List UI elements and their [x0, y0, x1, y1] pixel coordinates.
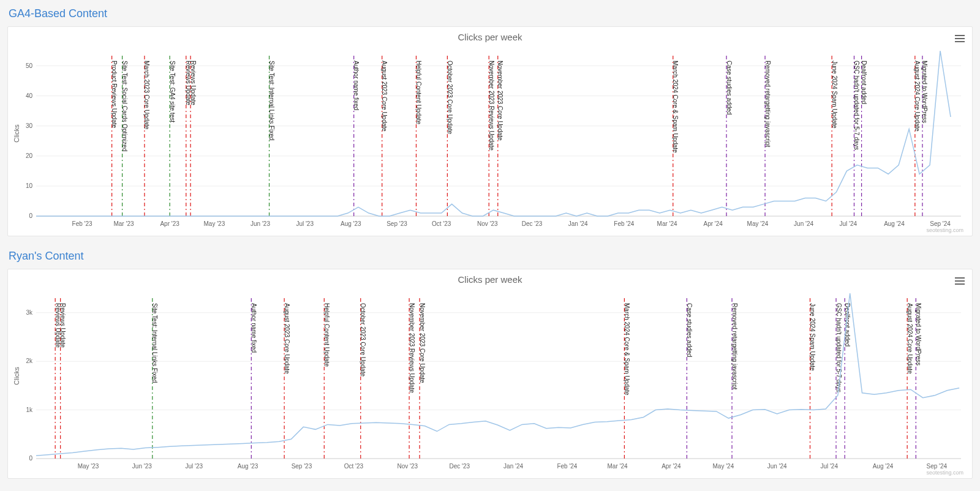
svg-text:Feb '24: Feb '24 [614, 220, 634, 227]
svg-text:May '24: May '24 [747, 220, 769, 227]
svg-text:Jul '24: Jul '24 [820, 463, 838, 470]
svg-text:Sep '23: Sep '23 [386, 220, 407, 227]
svg-text:May '24: May '24 [713, 463, 734, 470]
svg-text:Aug '24: Aug '24 [873, 463, 894, 470]
annotation-label: Product Reviews Update [111, 61, 118, 128]
annotation-label: Site Test: Social Cards Optimized [121, 61, 128, 151]
annotation-label: Site Test: GA4 site test [169, 61, 176, 122]
svg-text:Sep '23: Sep '23 [292, 463, 312, 470]
svg-text:seotesting.com: seotesting.com [926, 470, 963, 476]
annotation-label: GSC hadn't updated for 5-7 days [835, 303, 842, 392]
annotation-label: November 2023 Core Update [419, 303, 426, 383]
annotation-label: Migrated to WordPress [915, 303, 922, 365]
hamburger-icon[interactable] [955, 33, 965, 44]
svg-text:0: 0 [29, 212, 32, 219]
annotation-label: Reviews Update [190, 61, 197, 105]
svg-text:3k: 3k [26, 309, 33, 316]
annotation-label: November 2023 Reviews Update [409, 303, 415, 393]
annotation-label: March 2024 Core & Spam Update [624, 303, 630, 395]
annotation-label: August 2024 Core Update [907, 303, 913, 374]
svg-text:Sep '24: Sep '24 [930, 220, 951, 227]
svg-text:Mar '24: Mar '24 [657, 220, 677, 227]
svg-text:Feb '24: Feb '24 [557, 463, 577, 470]
svg-text:Jun '23: Jun '23 [251, 220, 270, 227]
svg-text:Aug '23: Aug '23 [341, 220, 361, 227]
chart-svg-ga4: 01020304050ClicksFeb '23Mar '23Apr '23Ma… [12, 45, 967, 234]
annotation-label: Author name fixed [353, 61, 360, 110]
svg-text:Apr '24: Apr '24 [704, 220, 723, 227]
svg-text:Jun '24: Jun '24 [794, 220, 813, 227]
series-line [36, 293, 959, 455]
svg-text:seotesting.com: seotesting.com [926, 227, 963, 233]
svg-text:May '23: May '23 [203, 220, 225, 227]
svg-text:Oct '23: Oct '23 [432, 220, 451, 227]
svg-text:30: 30 [26, 122, 33, 129]
svg-text:1k: 1k [26, 407, 33, 413]
svg-text:Mar '23: Mar '23 [113, 220, 134, 227]
chart-title: Clicks per week [12, 274, 968, 285]
svg-text:Mar '24: Mar '24 [608, 463, 628, 470]
svg-text:Apr '23: Apr '23 [160, 220, 179, 227]
annotation-label: Author name fixed [251, 303, 257, 353]
svg-text:Jul '24: Jul '24 [839, 220, 857, 227]
annotation-label: October 2023 Core Update [360, 303, 366, 377]
hamburger-icon[interactable] [955, 275, 965, 287]
annotation-label: Helpful Content Update [415, 61, 422, 124]
annotation-label: Migrated to WordPress [921, 61, 928, 123]
svg-text:2k: 2k [26, 358, 33, 364]
annotation-label: Helpful Content Update [323, 303, 330, 367]
section-title-ryan: Ryan's Content [9, 250, 973, 263]
svg-text:Jul '23: Jul '23 [296, 220, 314, 227]
chart-card-ryan: Clicks per week 01k2k3kClicksMay '23Jun … [7, 269, 973, 479]
svg-text:50: 50 [26, 62, 33, 69]
annotation-label: August 2023 Core Update [381, 61, 388, 132]
annotation-label: Dealfront added [861, 61, 867, 104]
svg-text:Clicks: Clicks [13, 124, 20, 143]
svg-text:Nov '23: Nov '23 [397, 463, 418, 470]
section-title-ga4: GA4-Based Content [9, 7, 973, 20]
svg-text:Oct '23: Oct '23 [344, 463, 364, 470]
annotation-label: June 2024 Spam Update [809, 303, 816, 371]
annotation-label: Site Test: Internal Links Fixed [268, 61, 275, 140]
svg-text:Aug '23: Aug '23 [238, 463, 258, 470]
svg-text:Sep '24: Sep '24 [927, 463, 948, 470]
annotation-label: November 2023 Reviews Update [488, 61, 495, 151]
svg-text:Jun '24: Jun '24 [767, 463, 787, 470]
annotation-label: Reviews Update [59, 303, 66, 348]
annotation-label: GSC hadn't updated for 5-7 days [853, 61, 860, 150]
chart-title: Clicks per week [12, 32, 968, 42]
svg-text:Nov '23: Nov '23 [477, 220, 498, 227]
annotation-label: March 2023 Core Update [143, 61, 150, 130]
svg-text:Dec '23: Dec '23 [449, 463, 470, 470]
annotation-label: June 2024 Spam Update [831, 61, 838, 129]
annotation-label: October 2023 Core Update [447, 61, 453, 135]
chart-svg-ryan: 01k2k3kClicksMay '23Jun '23Jul '23Aug '2… [12, 287, 967, 477]
svg-text:May '23: May '23 [78, 463, 99, 470]
svg-text:40: 40 [26, 92, 33, 99]
svg-text:Jan '24: Jan '24 [568, 220, 588, 227]
annotation-label: August 2024 Core Update [914, 61, 921, 132]
annotation-label: Case studies added [686, 303, 693, 357]
svg-text:Apr '24: Apr '24 [662, 463, 681, 470]
svg-text:Aug '24: Aug '24 [884, 220, 905, 227]
svg-text:20: 20 [26, 152, 33, 159]
svg-text:0: 0 [29, 455, 32, 462]
svg-text:Clicks: Clicks [13, 367, 20, 385]
svg-text:10: 10 [26, 182, 33, 189]
annotation-label: Site Test: Internal Links Fixed [151, 303, 158, 383]
annotation-label: August 2023 Core Update [284, 303, 290, 374]
annotation-label: Removed retargetting javascript [731, 303, 738, 389]
annotation-label: Case studies added [726, 61, 733, 114]
svg-text:Jan '24: Jan '24 [503, 463, 523, 470]
svg-text:Dec '23: Dec '23 [522, 220, 543, 227]
svg-text:Jul '23: Jul '23 [186, 463, 203, 470]
svg-text:Jun '23: Jun '23 [132, 463, 152, 470]
annotation-label: November 2023 Core Update [497, 61, 503, 141]
chart-card-ga4: Clicks per week 01020304050ClicksFeb '23… [7, 26, 973, 236]
svg-text:Feb '23: Feb '23 [72, 220, 92, 227]
annotation-label: Removed retargetting javascript [764, 61, 771, 147]
annotation-label: March 2024 Core & Spam Update [672, 61, 679, 153]
